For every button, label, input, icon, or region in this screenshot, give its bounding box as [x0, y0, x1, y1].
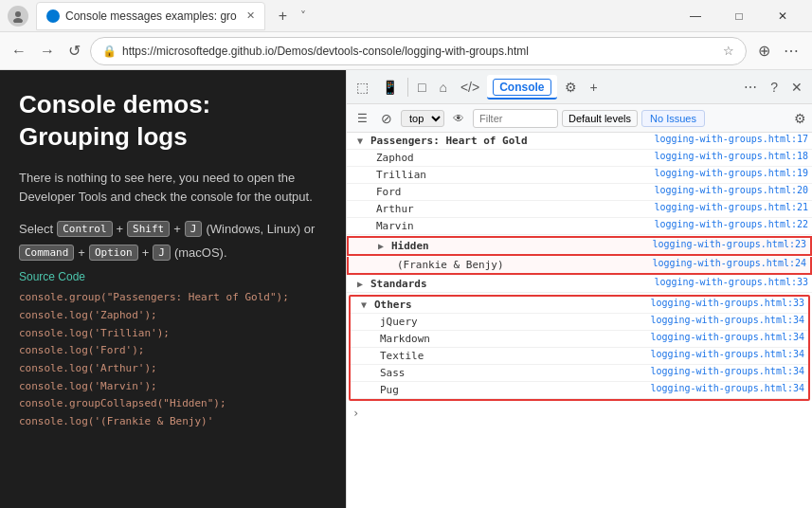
expand-icon[interactable]: ▶: [357, 277, 370, 289]
shift-key: Shift: [127, 221, 170, 237]
default-levels-button[interactable]: Default levels: [562, 110, 638, 127]
address-box[interactable]: 🔒 https://microsoftedge.github.io/Demos/…: [90, 37, 747, 65]
code-block: console.group("Passengers: Heart of Gold…: [19, 289, 327, 431]
option-key: Option: [89, 245, 138, 261]
elements-button[interactable]: □: [412, 76, 431, 99]
forward-button[interactable]: →: [36, 39, 59, 64]
toolbar-separator: [407, 78, 408, 97]
maximize-button[interactable]: □: [717, 0, 761, 32]
tab-close-button[interactable]: ✕: [246, 9, 255, 22]
table-row: jQuery logging-with-groups.html:34: [351, 314, 808, 331]
sources-button[interactable]: </>: [455, 76, 485, 99]
console-item: Zaphod: [376, 151, 654, 165]
table-row: Markdown logging-with-groups.html:34: [351, 331, 808, 348]
url-display: https://microsoftedge.github.io/Demos/de…: [122, 45, 717, 58]
console-settings-button[interactable]: ⚙: [794, 111, 806, 126]
command-key: Command: [19, 245, 74, 261]
table-row: Marvin logging-with-groups.html:22: [347, 218, 812, 235]
table-row: Pug logging-with-groups.html:34: [351, 382, 808, 399]
source-link[interactable]: logging-with-groups.html:33: [654, 277, 808, 287]
console-toolbar: ☰ ⊘ top 👁 Default levels No Issues ⚙: [347, 104, 812, 133]
arrow-right-icon: ›: [352, 407, 359, 420]
plus2: +: [173, 222, 181, 236]
filter-input[interactable]: [473, 109, 558, 128]
macos-label: (macOS).: [174, 245, 227, 260]
source-label: Source Code: [19, 270, 327, 283]
address-bar: ← → ↺ 🔒 https://microsoftedge.github.io/…: [0, 32, 812, 70]
source-link[interactable]: logging-with-groups.html:22: [654, 219, 808, 229]
plus1: +: [117, 222, 124, 236]
code-line-1: console.group("Passengers: Heart of Gold…: [19, 289, 327, 307]
console-item: Textile: [380, 349, 650, 363]
group-label: Standards: [370, 277, 654, 291]
code-line-8: console.log('(Frankie & Benjy)': [19, 413, 327, 431]
new-tab-button[interactable]: +: [273, 6, 293, 27]
devtools-toolbar: ⬚ 📱 □ ⌂ </> Console ⚙ + ⋯ ? ✕: [347, 70, 812, 104]
table-row: ▶ Hidden logging-with-groups.html:23: [347, 236, 812, 256]
source-link[interactable]: logging-with-groups.html:34: [650, 383, 804, 393]
code-line-3: console.log('Trillian');: [19, 325, 327, 343]
no-issues-badge: No Issues: [641, 110, 705, 127]
source-link[interactable]: logging-with-groups.html:21: [654, 202, 808, 212]
plus3: +: [78, 245, 85, 260]
windows-label: (Windows, Linux) or: [206, 222, 315, 236]
source-link[interactable]: logging-with-groups.html:34: [650, 332, 804, 342]
more-tools-button[interactable]: ⋯: [738, 76, 763, 99]
browser-tab[interactable]: Console messages examples: gro ✕: [36, 2, 265, 30]
left-panel: Console demos: Grouping logs There is no…: [0, 70, 346, 508]
clear-console-button[interactable]: ⊘: [376, 109, 397, 128]
address-icons: ☆: [723, 44, 734, 58]
console-content: ▼ Passengers: Heart of Gold logging-with…: [347, 133, 812, 508]
expand-icon[interactable]: ▼: [361, 298, 374, 310]
profile-avatar[interactable]: [8, 6, 28, 27]
add-panel-button[interactable]: +: [585, 76, 604, 99]
tab-chevron[interactable]: ˅: [300, 9, 306, 23]
back-button[interactable]: ←: [8, 39, 30, 64]
code-line-6: console.log('Marvin');: [19, 378, 327, 396]
bottom-arrow[interactable]: ›: [347, 403, 812, 424]
svg-point-0: [15, 11, 21, 17]
tab-title: Console messages examples: gro: [65, 9, 237, 23]
code-line-5: console.log('Arthur');: [19, 360, 327, 378]
performance-button[interactable]: ⚙: [559, 76, 583, 99]
collections-button[interactable]: ⊕: [752, 38, 776, 64]
expand-icon[interactable]: ▶: [378, 239, 391, 251]
console-item: Arthur: [376, 202, 654, 216]
eye-button[interactable]: 👁: [448, 110, 469, 127]
svg-point-1: [13, 18, 23, 23]
console-sidebar-toggle[interactable]: ☰: [352, 110, 372, 127]
context-selector[interactable]: top: [401, 110, 444, 127]
group-label: Passengers: Heart of Gold: [370, 134, 654, 148]
refresh-button[interactable]: ↺: [64, 38, 84, 64]
source-link[interactable]: logging-with-groups.html:20: [654, 185, 808, 195]
control-key: Control: [57, 221, 112, 237]
home-button[interactable]: ⌂: [433, 76, 452, 99]
inspect-button[interactable]: ⬚: [351, 76, 374, 99]
expand-icon[interactable]: ▼: [357, 134, 370, 146]
help-button[interactable]: ?: [765, 76, 784, 99]
close-devtools-button[interactable]: ✕: [785, 76, 808, 99]
window-controls: — □ ✕: [674, 0, 804, 32]
source-link[interactable]: logging-with-groups.html:19: [654, 168, 808, 178]
console-item: Trillian: [376, 168, 654, 182]
source-link[interactable]: logging-with-groups.html:34: [650, 315, 804, 325]
console-item: Sass: [380, 366, 650, 380]
table-row: Sass logging-with-groups.html:34: [351, 365, 808, 382]
source-link[interactable]: logging-with-groups.html:33: [650, 298, 804, 308]
source-link[interactable]: logging-with-groups.html:17: [654, 134, 808, 144]
table-row: Textile logging-with-groups.html:34: [351, 348, 808, 365]
star-icon[interactable]: ☆: [723, 44, 734, 58]
source-link[interactable]: logging-with-groups.html:24: [652, 258, 806, 268]
page-heading: Console demos: Grouping logs: [19, 89, 327, 154]
source-link[interactable]: logging-with-groups.html:34: [650, 349, 804, 359]
table-row: Ford logging-with-groups.html:20: [347, 184, 812, 201]
source-link[interactable]: logging-with-groups.html:34: [650, 366, 804, 376]
more-button[interactable]: ⋯: [778, 38, 804, 64]
minimize-button[interactable]: —: [674, 0, 717, 32]
source-link[interactable]: logging-with-groups.html:18: [654, 151, 808, 161]
source-link[interactable]: logging-with-groups.html:23: [652, 239, 806, 249]
console-button[interactable]: Console: [487, 75, 556, 100]
device-button[interactable]: 📱: [376, 76, 404, 99]
close-button[interactable]: ✕: [761, 0, 804, 32]
title-bar: Console messages examples: gro ✕ + ˅ — □…: [0, 0, 812, 32]
